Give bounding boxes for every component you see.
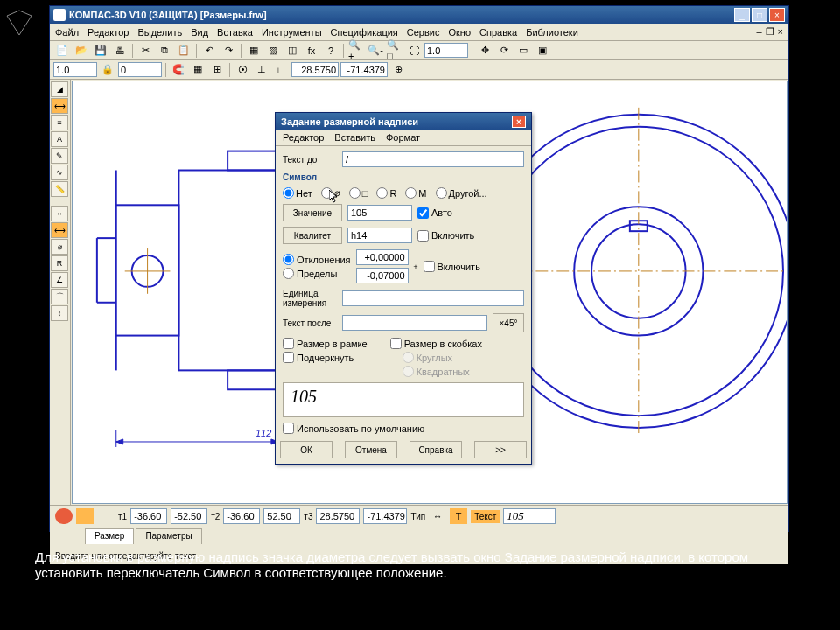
radio-diameter[interactable]: ⌀ bbox=[321, 187, 340, 199]
dmenu-edit[interactable]: Редактор bbox=[283, 132, 324, 144]
copy-icon[interactable]: ⧉ bbox=[156, 43, 173, 59]
dialog-close-button[interactable]: × bbox=[512, 116, 526, 128]
zoom-fit-icon[interactable]: ⛶ bbox=[405, 43, 423, 59]
menu-edit[interactable]: Редактор bbox=[88, 27, 129, 38]
menu-service[interactable]: Сервис bbox=[407, 27, 440, 38]
text-after-input[interactable] bbox=[342, 315, 487, 331]
angle-45-button[interactable]: ×45° bbox=[493, 313, 524, 332]
tool-icon[interactable]: ▣ bbox=[534, 43, 551, 59]
minimize-button[interactable]: _ bbox=[734, 8, 750, 22]
dimensions-tool[interactable]: ⟷ bbox=[51, 98, 68, 114]
close-button[interactable]: × bbox=[769, 8, 785, 22]
tool-icon[interactable]: ⦿ bbox=[234, 62, 251, 78]
print-icon[interactable]: 🖶 bbox=[111, 43, 129, 59]
t3-x[interactable]: 28.5750 bbox=[316, 508, 360, 524]
maximize-button[interactable]: □ bbox=[752, 8, 767, 22]
tool-icon[interactable]: ⊕ bbox=[389, 62, 407, 78]
kvalitet-input[interactable] bbox=[347, 228, 412, 243]
ok-button[interactable]: ОК bbox=[280, 441, 332, 458]
tool-icon[interactable]: ◫ bbox=[284, 43, 301, 59]
menu-insert[interactable]: Вставка bbox=[217, 27, 253, 38]
use-default-checkbox[interactable]: Использовать по умолчанию bbox=[283, 423, 524, 434]
menu-file[interactable]: Файл bbox=[55, 27, 79, 38]
new-icon[interactable]: 📄 bbox=[53, 43, 71, 59]
lock-icon[interactable]: 🔒 bbox=[99, 62, 116, 78]
notation-tool[interactable]: ≡ bbox=[51, 115, 68, 130]
grid-icon[interactable]: ▦ bbox=[189, 62, 206, 78]
ortho-icon[interactable]: ⊞ bbox=[208, 62, 226, 78]
mdi-close[interactable]: × bbox=[778, 26, 783, 38]
diameter-dim-tool[interactable]: ⌀ bbox=[51, 239, 68, 255]
radio-deviations[interactable]: Отклонения bbox=[283, 254, 351, 265]
tool-icon[interactable]: ⊥ bbox=[253, 62, 270, 78]
geometry-tool[interactable]: ◢ bbox=[51, 81, 68, 97]
value-input[interactable] bbox=[347, 205, 412, 220]
tool-icon[interactable]: ▦ bbox=[245, 43, 262, 59]
auto-dim-tool[interactable]: ↔ bbox=[51, 206, 68, 221]
pan-icon[interactable]: ✥ bbox=[476, 43, 494, 59]
variables-icon[interactable]: fx bbox=[303, 43, 320, 59]
paste-icon[interactable]: 📋 bbox=[175, 43, 192, 59]
coord-y[interactable] bbox=[340, 62, 388, 77]
frame-checkbox[interactable]: Размер в рамке bbox=[283, 338, 368, 349]
menu-tools[interactable]: Инструменты bbox=[262, 27, 322, 38]
t2-x[interactable]: -36.60 bbox=[223, 508, 260, 524]
tool-icon[interactable]: ▨ bbox=[264, 43, 282, 59]
t2-y[interactable]: 52.50 bbox=[263, 508, 300, 524]
help-icon[interactable]: ? bbox=[322, 43, 340, 59]
scale-input[interactable] bbox=[53, 62, 97, 77]
radio-metric[interactable]: M bbox=[405, 187, 426, 199]
menu-help[interactable]: Справка bbox=[480, 27, 517, 38]
zoom-out-icon[interactable]: 🔍- bbox=[367, 43, 384, 59]
edit-tool[interactable]: ✎ bbox=[51, 148, 68, 164]
menu-libs[interactable]: Библиотеки bbox=[526, 27, 578, 38]
angular-dim-tool[interactable]: ∠ bbox=[51, 272, 68, 288]
value-button[interactable]: Значение bbox=[283, 204, 342, 221]
more-button[interactable]: >> bbox=[474, 441, 527, 458]
auto-checkbox[interactable]: Авто bbox=[417, 207, 452, 219]
cut-icon[interactable]: ✂ bbox=[136, 43, 154, 59]
zoom-in-icon[interactable]: 🔍+ bbox=[347, 43, 365, 59]
menu-spec[interactable]: Спецификация bbox=[331, 27, 398, 38]
dev-upper-input[interactable] bbox=[356, 249, 409, 265]
measure-tool[interactable]: 📏 bbox=[51, 181, 68, 197]
brackets-checkbox[interactable]: Размер в скобках bbox=[390, 338, 482, 349]
zoom-window-icon[interactable]: 🔍□ bbox=[386, 43, 403, 59]
text-value[interactable]: 105 bbox=[503, 508, 556, 524]
radio-none[interactable]: Нет bbox=[283, 187, 312, 199]
arc-dim-tool[interactable]: ⌒ bbox=[51, 289, 68, 304]
underline-checkbox[interactable]: Подчеркнуть bbox=[283, 352, 368, 363]
cancel-button[interactable]: Отмена bbox=[345, 441, 397, 458]
zoom-input[interactable] bbox=[424, 43, 468, 58]
include1-checkbox[interactable]: Включить bbox=[417, 230, 474, 242]
param-tool[interactable]: ∿ bbox=[51, 164, 68, 180]
mdi-minimize[interactable]: – bbox=[756, 26, 761, 38]
radio-other[interactable]: Другой... bbox=[436, 187, 487, 199]
tab-parameters[interactable]: Параметры bbox=[136, 528, 201, 544]
height-dim-tool[interactable]: ↕ bbox=[51, 305, 68, 321]
menu-select[interactable]: Выделить bbox=[137, 27, 182, 38]
text-mode-icon[interactable]: T bbox=[450, 508, 467, 524]
mdi-restore[interactable]: ❐ bbox=[766, 26, 774, 38]
tool-icon[interactable]: ▭ bbox=[514, 43, 532, 59]
dmenu-format[interactable]: Формат bbox=[386, 132, 420, 144]
menu-window[interactable]: Окно bbox=[448, 27, 471, 38]
unit-input[interactable] bbox=[342, 290, 524, 306]
open-icon[interactable]: 📂 bbox=[73, 43, 90, 59]
text-before-input[interactable] bbox=[342, 151, 524, 167]
tab-dimension[interactable]: Размер bbox=[85, 528, 134, 544]
menu-view[interactable]: Вид bbox=[191, 27, 208, 38]
t1-y[interactable]: -52.50 bbox=[171, 508, 207, 524]
redo-icon[interactable]: ↷ bbox=[220, 43, 237, 59]
radio-radius[interactable]: R bbox=[376, 187, 396, 199]
dev-lower-input[interactable] bbox=[356, 268, 409, 284]
undo-icon[interactable]: ↶ bbox=[200, 43, 218, 59]
redraw-icon[interactable]: ⟳ bbox=[495, 43, 513, 59]
t1-x[interactable]: -36.60 bbox=[130, 508, 167, 524]
linear-dim-tool[interactable]: ⟷ bbox=[51, 222, 68, 238]
type-icon[interactable]: ↔ bbox=[429, 508, 446, 524]
help-button[interactable]: Справка bbox=[410, 441, 462, 458]
text-tool[interactable]: A bbox=[51, 131, 68, 147]
auto-create-icon[interactable] bbox=[76, 508, 94, 524]
radial-dim-tool[interactable]: R bbox=[51, 256, 68, 271]
